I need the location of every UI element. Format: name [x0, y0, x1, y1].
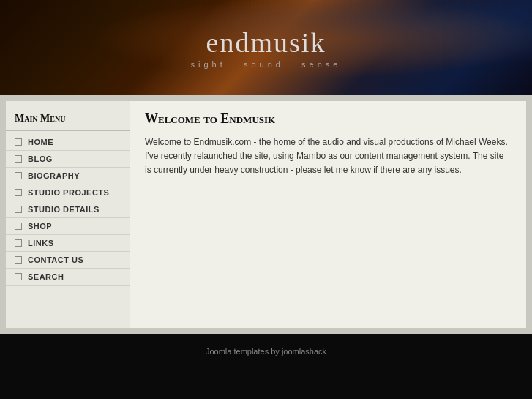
checkbox-icon-contact-us: [15, 256, 22, 264]
footer-text: Joomla templates by joomlashack: [206, 347, 326, 356]
checkbox-icon-biography: [15, 172, 22, 179]
header-banner: endmusik sight . sound . sense: [0, 0, 532, 95]
sidebar-item-studio-projects[interactable]: STUDIO PROJECTS: [6, 184, 130, 201]
main-content: Welcome to Endmusik Welcome to Endmusik.…: [130, 101, 526, 328]
sidebar-item-home[interactable]: HOME: [6, 134, 130, 151]
site-subtitle: sight . sound . sense: [191, 60, 342, 69]
sidebar-heading: Main Menu: [6, 108, 130, 131]
page-body: Welcome to Endmusik.com - the home of th…: [145, 135, 512, 178]
main-wrapper: Main Menu HOME BLOG BIOGRAPHY STUDIO PRO…: [0, 95, 532, 334]
checkbox-icon-studio-details: [15, 206, 22, 213]
sidebar-item-contact-us[interactable]: CONTACT US: [6, 252, 130, 269]
header-title-block: endmusik sight . sound . sense: [191, 26, 342, 69]
footer: Joomla templates by joomlashack: [0, 334, 532, 369]
checkbox-icon-search: [15, 273, 22, 280]
sidebar-label-studio-details: STUDIO DETAILS: [28, 205, 100, 214]
sidebar-label-links: LINKS: [28, 239, 54, 247]
checkbox-icon-shop: [15, 223, 22, 230]
checkbox-icon-studio-projects: [15, 189, 22, 196]
sidebar-label-home: HOME: [28, 138, 53, 146]
sidebar-label-biography: BIOGRAPHY: [28, 171, 80, 180]
sidebar: Main Menu HOME BLOG BIOGRAPHY STUDIO PRO…: [6, 101, 130, 328]
sidebar-label-contact-us: CONTACT US: [28, 256, 83, 264]
checkbox-icon-links: [15, 239, 22, 247]
checkbox-icon-home: [15, 138, 22, 146]
site-title: endmusik: [191, 26, 342, 59]
sidebar-item-shop[interactable]: SHOP: [6, 218, 130, 235]
sidebar-item-blog[interactable]: BLOG: [6, 151, 130, 168]
content-table: Main Menu HOME BLOG BIOGRAPHY STUDIO PRO…: [6, 101, 526, 328]
sidebar-item-search[interactable]: SEARCH: [6, 269, 130, 286]
sidebar-label-blog: BLOG: [28, 154, 53, 163]
sidebar-label-shop: SHOP: [28, 222, 52, 231]
checkbox-icon-blog: [15, 155, 22, 163]
page-title: Welcome to Endmusik: [145, 111, 512, 127]
sidebar-item-biography[interactable]: BIOGRAPHY: [6, 168, 130, 184]
sidebar-label-studio-projects: STUDIO PROJECTS: [28, 188, 109, 197]
sidebar-item-studio-details[interactable]: STUDIO DETAILS: [6, 201, 130, 218]
sidebar-label-search: SEARCH: [28, 272, 64, 281]
sidebar-item-links[interactable]: LINKS: [6, 235, 130, 252]
